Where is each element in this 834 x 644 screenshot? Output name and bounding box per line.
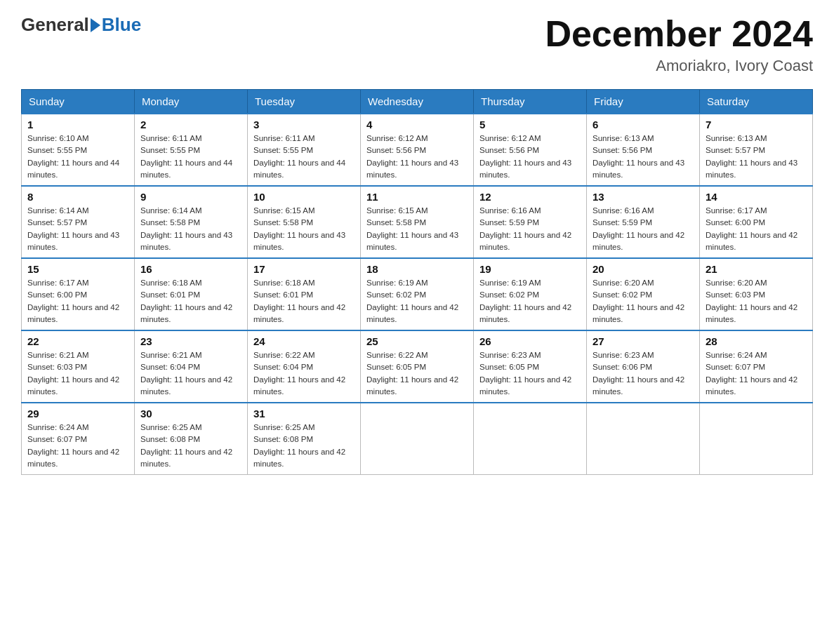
day-info: Sunrise: 6:21 AMSunset: 6:03 PMDaylight:… [27,349,128,398]
day-info: Sunrise: 6:24 AMSunset: 6:07 PMDaylight:… [27,422,128,470]
calendar-cell: 14Sunrise: 6:17 AMSunset: 6:00 PMDayligh… [700,186,813,258]
day-number: 8 [27,191,128,203]
week-row-4: 22Sunrise: 6:21 AMSunset: 6:03 PMDayligh… [22,330,813,403]
calendar-cell: 18Sunrise: 6:19 AMSunset: 6:02 PMDayligh… [361,258,474,330]
day-number: 28 [706,335,807,347]
calendar-cell: 16Sunrise: 6:18 AMSunset: 6:01 PMDayligh… [135,258,248,330]
day-info: Sunrise: 6:20 AMSunset: 6:03 PMDaylight:… [706,277,807,326]
weekday-header-tuesday: Tuesday [248,90,361,114]
day-info: Sunrise: 6:14 AMSunset: 5:58 PMDaylight:… [140,205,241,253]
day-info: Sunrise: 6:19 AMSunset: 6:02 PMDaylight:… [366,277,468,326]
weekday-header-wednesday: Wednesday [361,90,474,114]
calendar-cell: 11Sunrise: 6:15 AMSunset: 5:58 PMDayligh… [361,186,474,258]
day-number: 1 [27,119,128,130]
calendar-cell: 17Sunrise: 6:18 AMSunset: 6:01 PMDayligh… [248,258,361,330]
day-number: 29 [27,408,128,420]
day-number: 20 [593,263,694,275]
day-info: Sunrise: 6:25 AMSunset: 6:08 PMDaylight:… [253,422,355,470]
calendar-cell: 24Sunrise: 6:22 AMSunset: 6:04 PMDayligh… [248,330,361,403]
calendar-cell: 30Sunrise: 6:25 AMSunset: 6:08 PMDayligh… [135,403,248,475]
day-number: 6 [593,119,694,130]
week-row-2: 8Sunrise: 6:14 AMSunset: 5:57 PMDaylight… [22,186,813,258]
day-info: Sunrise: 6:24 AMSunset: 6:07 PMDaylight:… [706,349,807,398]
day-info: Sunrise: 6:22 AMSunset: 6:05 PMDaylight:… [366,349,468,398]
calendar-cell: 20Sunrise: 6:20 AMSunset: 6:02 PMDayligh… [587,258,700,330]
day-number: 27 [593,335,694,347]
calendar-cell: 6Sunrise: 6:13 AMSunset: 5:56 PMDaylight… [587,114,700,186]
day-info: Sunrise: 6:22 AMSunset: 6:04 PMDaylight:… [253,349,355,398]
title-block: December 2024 Amoriakro, Ivory Coast [545,14,813,75]
day-info: Sunrise: 6:16 AMSunset: 5:59 PMDaylight:… [593,205,694,253]
logo-blue-text: Blue [102,14,141,36]
weekday-header-row: SundayMondayTuesdayWednesdayThursdayFrid… [22,90,813,114]
calendar-cell: 22Sunrise: 6:21 AMSunset: 6:03 PMDayligh… [22,330,135,403]
day-info: Sunrise: 6:17 AMSunset: 6:00 PMDaylight:… [27,277,128,326]
day-info: Sunrise: 6:23 AMSunset: 6:05 PMDaylight:… [479,349,581,398]
day-info: Sunrise: 6:15 AMSunset: 5:58 PMDaylight:… [366,205,468,253]
day-number: 16 [140,263,241,275]
day-info: Sunrise: 6:25 AMSunset: 6:08 PMDaylight:… [140,422,241,470]
calendar-cell: 5Sunrise: 6:12 AMSunset: 5:56 PMDaylight… [474,114,587,186]
calendar-cell: 28Sunrise: 6:24 AMSunset: 6:07 PMDayligh… [700,330,813,403]
day-number: 22 [27,335,128,347]
calendar-cell [361,403,474,475]
day-number: 25 [366,335,468,347]
logo-general-text: General [21,14,89,36]
day-number: 30 [140,408,241,420]
day-number: 5 [479,119,581,130]
day-number: 14 [706,191,807,203]
day-number: 9 [140,191,241,203]
calendar-cell [587,403,700,475]
day-number: 3 [253,119,355,130]
calendar-cell: 23Sunrise: 6:21 AMSunset: 6:04 PMDayligh… [135,330,248,403]
calendar-cell [474,403,587,475]
week-row-5: 29Sunrise: 6:24 AMSunset: 6:07 PMDayligh… [22,403,813,475]
calendar-cell: 31Sunrise: 6:25 AMSunset: 6:08 PMDayligh… [248,403,361,475]
calendar-cell: 13Sunrise: 6:16 AMSunset: 5:59 PMDayligh… [587,186,700,258]
logo: General Blue [21,14,141,36]
day-info: Sunrise: 6:20 AMSunset: 6:02 PMDaylight:… [593,277,694,326]
day-info: Sunrise: 6:13 AMSunset: 5:56 PMDaylight:… [593,133,694,181]
calendar-cell: 21Sunrise: 6:20 AMSunset: 6:03 PMDayligh… [700,258,813,330]
calendar-cell: 27Sunrise: 6:23 AMSunset: 6:06 PMDayligh… [587,330,700,403]
calendar-cell: 2Sunrise: 6:11 AMSunset: 5:55 PMDaylight… [135,114,248,186]
day-info: Sunrise: 6:18 AMSunset: 6:01 PMDaylight:… [253,277,355,326]
day-number: 19 [479,263,581,275]
day-number: 24 [253,335,355,347]
day-info: Sunrise: 6:19 AMSunset: 6:02 PMDaylight:… [479,277,581,326]
day-info: Sunrise: 6:15 AMSunset: 5:58 PMDaylight:… [253,205,355,253]
day-info: Sunrise: 6:16 AMSunset: 5:59 PMDaylight:… [479,205,581,253]
weekday-header-friday: Friday [587,90,700,114]
calendar-cell: 25Sunrise: 6:22 AMSunset: 6:05 PMDayligh… [361,330,474,403]
calendar-table: SundayMondayTuesdayWednesdayThursdayFrid… [21,89,813,475]
calendar-cell: 1Sunrise: 6:10 AMSunset: 5:55 PMDaylight… [22,114,135,186]
day-number: 10 [253,191,355,203]
day-number: 23 [140,335,241,347]
calendar-cell: 15Sunrise: 6:17 AMSunset: 6:00 PMDayligh… [22,258,135,330]
day-number: 4 [366,119,468,130]
day-info: Sunrise: 6:12 AMSunset: 5:56 PMDaylight:… [366,133,468,181]
calendar-cell: 4Sunrise: 6:12 AMSunset: 5:56 PMDaylight… [361,114,474,186]
day-number: 12 [479,191,581,203]
calendar-cell: 7Sunrise: 6:13 AMSunset: 5:57 PMDaylight… [700,114,813,186]
day-info: Sunrise: 6:18 AMSunset: 6:01 PMDaylight:… [140,277,241,326]
day-info: Sunrise: 6:11 AMSunset: 5:55 PMDaylight:… [140,133,241,181]
day-number: 15 [27,263,128,275]
weekday-header-saturday: Saturday [700,90,813,114]
day-info: Sunrise: 6:23 AMSunset: 6:06 PMDaylight:… [593,349,694,398]
day-number: 31 [253,408,355,420]
day-number: 18 [366,263,468,275]
weekday-header-sunday: Sunday [22,90,135,114]
calendar-cell: 9Sunrise: 6:14 AMSunset: 5:58 PMDaylight… [135,186,248,258]
day-number: 7 [706,119,807,130]
day-info: Sunrise: 6:13 AMSunset: 5:57 PMDaylight:… [706,133,807,181]
day-number: 21 [706,263,807,275]
calendar-cell: 8Sunrise: 6:14 AMSunset: 5:57 PMDaylight… [22,186,135,258]
week-row-1: 1Sunrise: 6:10 AMSunset: 5:55 PMDaylight… [22,114,813,186]
month-title: December 2024 [545,14,813,54]
page-header: General Blue December 2024 Amoriakro, Iv… [21,14,813,75]
day-number: 17 [253,263,355,275]
day-info: Sunrise: 6:17 AMSunset: 6:00 PMDaylight:… [706,205,807,253]
day-number: 11 [366,191,468,203]
day-info: Sunrise: 6:21 AMSunset: 6:04 PMDaylight:… [140,349,241,398]
